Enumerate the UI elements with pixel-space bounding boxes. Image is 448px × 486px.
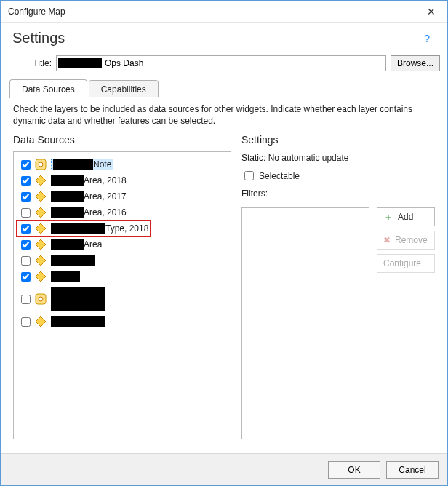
polygon-layer-icon: [35, 316, 47, 327]
layer-checkbox[interactable]: [21, 295, 31, 304]
selectable-label: Selectable: [259, 171, 300, 181]
layer-suffix: Area, 2016: [84, 207, 127, 218]
tab-data-sources[interactable]: Data Sources: [9, 79, 87, 98]
layer-label-wrap: Area, 2017: [51, 191, 127, 202]
svg-marker-5: [36, 223, 46, 234]
layer-checkbox[interactable]: [21, 224, 31, 234]
remove-filter-button[interactable]: ✖ Remove: [377, 231, 435, 250]
layer-row[interactable]: Area, 2018: [17, 172, 228, 188]
svg-marker-8: [36, 271, 46, 282]
polygon-layer-icon: [35, 175, 47, 186]
browse-button[interactable]: Browse...: [391, 55, 440, 71]
layer-suffix: Area, 2017: [84, 191, 127, 202]
titlebar: Configure Map ✕: [1, 1, 447, 23]
layer-label-wrap: Area, 2016: [51, 207, 127, 218]
layer-row[interactable]: Note: [17, 156, 228, 172]
window-title: Configure Map: [8, 7, 65, 17]
layer-label-wrap: [51, 271, 80, 282]
layer-label-wrap: Type, 2018: [51, 223, 148, 234]
layer-label-wrap: [51, 316, 105, 327]
title-row: Title: Browse...: [1, 52, 447, 79]
redacted-layer-name: [53, 159, 93, 170]
tab-panel: Check the layers to be included as data …: [7, 97, 441, 461]
layer-label-wrap: [51, 255, 95, 266]
polygon-layer-icon: [35, 271, 47, 282]
plus-icon: ＋: [383, 212, 393, 222]
data-sources-column: Data Sources NoteArea, 2018Area, 2017Are…: [13, 134, 231, 439]
svg-marker-7: [36, 255, 46, 266]
selectable-checkbox[interactable]: [244, 171, 254, 180]
redacted-layer-name: [51, 175, 84, 186]
dialog-footer: OK Cancel: [1, 453, 447, 485]
layer-row[interactable]: [17, 314, 228, 330]
layer-suffix: Area: [84, 239, 102, 250]
title-label: Title:: [8, 58, 52, 68]
add-label: Add: [398, 212, 413, 222]
redacted-layer-name: [51, 316, 105, 327]
redacted-layer-name: [51, 255, 95, 266]
add-filter-button[interactable]: ＋ Add: [377, 207, 435, 226]
close-icon: ✕: [427, 6, 436, 17]
layer-row[interactable]: Area, 2017: [17, 188, 228, 204]
svg-point-1: [39, 162, 43, 167]
redacted-layer-name: [51, 271, 80, 282]
svg-marker-4: [36, 207, 46, 218]
redacted-layer-name: [51, 287, 105, 311]
filters-listbox[interactable]: [241, 207, 369, 439]
point-layer-icon: [35, 293, 47, 305]
tab-capabilities[interactable]: Capabilities: [89, 80, 159, 97]
layer-suffix: Type, 2018: [105, 223, 148, 234]
layer-checkbox[interactable]: [21, 208, 31, 218]
title-input-wrap[interactable]: [56, 55, 386, 71]
svg-marker-6: [36, 239, 46, 250]
layer-checkbox[interactable]: [21, 240, 31, 250]
close-button[interactable]: ✕: [415, 1, 447, 22]
layer-label-wrap: [51, 287, 105, 311]
svg-point-10: [39, 297, 43, 301]
polygon-layer-icon: [35, 255, 47, 266]
cancel-button[interactable]: Cancel: [386, 461, 439, 479]
header: Settings ?: [1, 23, 447, 52]
layer-row[interactable]: Type, 2018: [17, 220, 228, 236]
layer-label-wrap: Note: [51, 159, 113, 170]
layer-row[interactable]: Area, 2016: [17, 204, 228, 220]
panel-description: Check the layers to be included as data …: [13, 103, 435, 127]
svg-marker-11: [36, 316, 46, 327]
polygon-layer-icon: [35, 223, 47, 234]
remove-icon: ✖: [383, 236, 391, 244]
layer-row[interactable]: [17, 284, 228, 314]
filters-label: Filters:: [241, 188, 435, 199]
layer-checkbox[interactable]: [21, 176, 31, 186]
layer-checkbox[interactable]: [21, 192, 31, 202]
redacted-title-prefix: [58, 58, 102, 68]
layer-checkbox[interactable]: [21, 317, 31, 327]
layer-row[interactable]: [17, 268, 228, 284]
data-sources-list[interactable]: NoteArea, 2018Area, 2017Area, 2016Type, …: [13, 151, 231, 439]
layer-suffix: Note: [93, 159, 111, 170]
ok-button[interactable]: OK: [328, 461, 380, 479]
help-icon[interactable]: ?: [424, 33, 430, 44]
layer-checkbox[interactable]: [21, 160, 31, 170]
static-update-line: Static: No automatic update: [241, 153, 435, 163]
settings-column: Settings Static: No automatic update Sel…: [241, 134, 435, 439]
configure-label: Configure: [383, 258, 421, 268]
layer-checkbox[interactable]: [21, 256, 31, 266]
remove-label: Remove: [395, 235, 428, 245]
point-layer-icon: [35, 159, 47, 170]
svg-marker-2: [36, 175, 46, 186]
tab-bar: Data Sources Capabilities: [1, 79, 447, 97]
filter-buttons: ＋ Add ✖ Remove Configure: [377, 207, 435, 439]
layer-row[interactable]: [17, 252, 228, 268]
svg-marker-3: [36, 191, 46, 202]
configure-filter-button[interactable]: Configure: [377, 254, 435, 273]
polygon-layer-icon: [35, 191, 47, 202]
polygon-layer-icon: [35, 239, 47, 250]
title-input[interactable]: [103, 57, 384, 69]
layer-label-wrap: Area, 2018: [51, 175, 127, 186]
layer-checkbox[interactable]: [21, 272, 31, 282]
layer-row[interactable]: Area: [17, 236, 228, 252]
redacted-layer-name: [51, 239, 84, 250]
layer-label-wrap: Area: [51, 239, 102, 250]
data-sources-heading: Data Sources: [13, 134, 231, 146]
layer-suffix: Area, 2018: [84, 175, 127, 186]
